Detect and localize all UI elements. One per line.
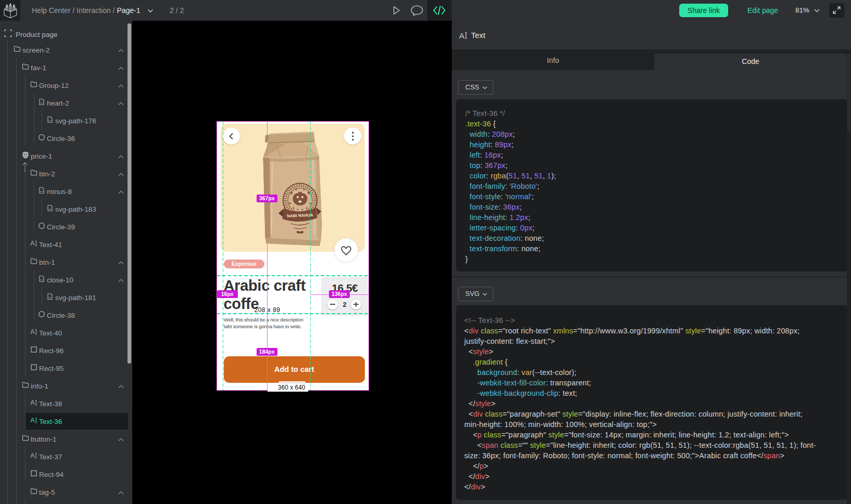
svg-text:A: A: [30, 399, 35, 406]
svg-text:A: A: [459, 31, 465, 40]
svg-text:A: A: [30, 240, 35, 247]
svg-text:A: A: [30, 328, 35, 335]
svg-text:A: A: [30, 417, 35, 424]
svg-text:A: A: [30, 452, 35, 459]
